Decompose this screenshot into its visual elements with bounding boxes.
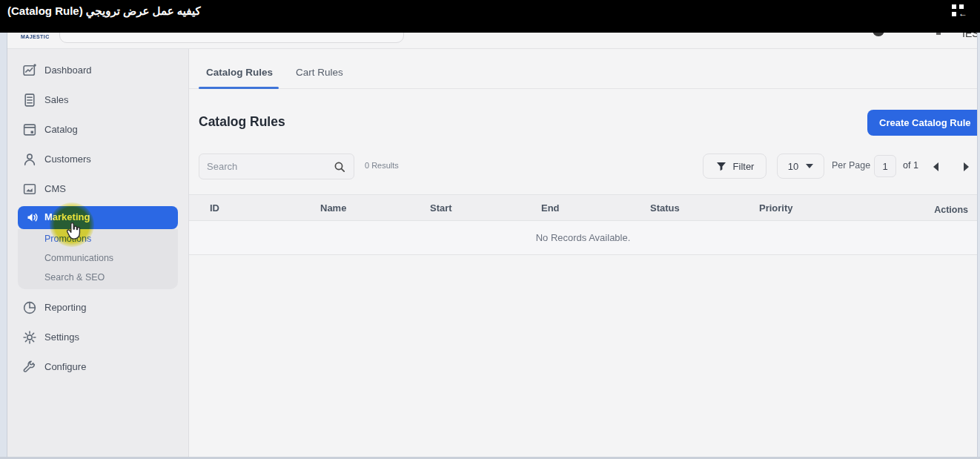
page-title: Catalog Rules xyxy=(199,114,285,130)
header-icon-partial-2 xyxy=(936,33,941,35)
sidebar-item-label: Settings xyxy=(44,331,79,343)
pip-grid-arrow-icon[interactable]: ← xyxy=(952,4,968,18)
per-page-label: Per Page xyxy=(832,160,870,171)
create-catalog-rule-button[interactable]: Create Catalog Rule xyxy=(867,110,977,136)
column-header-name[interactable]: Name xyxy=(320,202,346,214)
sidebar-item-label: Reporting xyxy=(44,302,86,313)
column-header-priority[interactable]: Priority xyxy=(759,202,793,214)
reporting-icon xyxy=(22,300,37,315)
search-icon[interactable] xyxy=(333,160,346,176)
settings-icon xyxy=(22,330,37,345)
submenu-item-communications[interactable]: Communications xyxy=(44,253,113,263)
cms-icon xyxy=(22,182,37,197)
dashboard-icon xyxy=(22,63,37,78)
customers-icon xyxy=(22,152,37,167)
sidebar-item-label: Dashboard xyxy=(44,65,92,76)
column-header-end[interactable]: End xyxy=(541,202,560,214)
tab-cart-rules[interactable]: Cart Rules xyxy=(296,67,343,78)
current-page-input[interactable] xyxy=(874,155,896,177)
window-right-edge xyxy=(977,33,980,459)
tab-catalog-rules[interactable]: Catalog Rules xyxy=(206,67,273,78)
page-size-dropdown[interactable]: 10 xyxy=(777,153,824,179)
next-page-icon[interactable] xyxy=(964,162,969,171)
prev-page-icon[interactable] xyxy=(933,162,938,171)
sidebar-item-label: Catalog xyxy=(44,124,78,135)
search-input[interactable] xyxy=(207,154,325,179)
app-header: MAJESTIC IES xyxy=(7,33,977,49)
column-header-start[interactable]: Start xyxy=(430,202,452,214)
column-header-actions: Actions xyxy=(934,205,968,215)
catalog-icon xyxy=(22,122,37,137)
brand-logo: MAJESTIC xyxy=(21,34,50,39)
submenu-item-promotions[interactable]: Promotions xyxy=(44,234,91,244)
video-title: كيفيه عمل عرض ترويجي (Catalog Rule) xyxy=(7,4,201,18)
megaphone-icon xyxy=(25,211,39,225)
filter-label: Filter xyxy=(733,161,755,172)
empty-table-row: No Records Available. xyxy=(189,221,977,255)
sidebar-item-reporting[interactable]: Reporting xyxy=(7,293,189,323)
filter-icon xyxy=(715,161,727,172)
sidebar: Dashboard Sales Catalog Customers CMS Ma… xyxy=(7,49,189,458)
sales-icon xyxy=(22,93,37,108)
page-size-value: 10 xyxy=(788,161,798,172)
sidebar-item-settings[interactable]: Settings xyxy=(7,323,189,352)
marketing-submenu: Promotions Communications Search & SEO xyxy=(18,229,178,289)
sidebar-item-label: Configure xyxy=(44,361,86,372)
sidebar-item-catalog[interactable]: Catalog xyxy=(7,115,189,145)
caret-down-icon xyxy=(806,164,813,168)
sidebar-item-label: Sales xyxy=(44,94,69,105)
window-left-edge xyxy=(0,33,7,459)
main-content: Catalog Rules Cart Rules Catalog Rules C… xyxy=(189,49,977,458)
empty-message: No Records Available. xyxy=(536,232,631,243)
tabs-bar: Catalog Rules Cart Rules xyxy=(189,49,977,89)
sidebar-item-label: Customers xyxy=(44,153,91,165)
video-title-bar: كيفيه عمل عرض ترويجي (Catalog Rule) ← xyxy=(0,0,980,33)
sidebar-item-label: Marketing xyxy=(44,211,90,222)
column-header-id[interactable]: ID xyxy=(210,202,219,214)
sidebar-item-marketing[interactable]: Marketing xyxy=(18,206,178,229)
results-count: 0 Results xyxy=(365,161,399,170)
sidebar-item-cms[interactable]: CMS xyxy=(7,174,189,204)
sidebar-item-label: CMS xyxy=(44,183,66,194)
sidebar-item-dashboard[interactable]: Dashboard xyxy=(7,56,189,85)
table-header-row: ID Name Start End Status Priority Action… xyxy=(189,194,977,221)
filter-button[interactable]: Filter xyxy=(703,153,767,179)
sidebar-item-customers[interactable]: Customers xyxy=(7,145,189,174)
configure-icon xyxy=(22,360,37,374)
grid-search xyxy=(199,153,354,179)
sidebar-item-configure[interactable]: Configure xyxy=(7,352,189,382)
active-tab-underline xyxy=(199,87,279,89)
column-header-status[interactable]: Status xyxy=(650,202,680,214)
submenu-item-search-seo[interactable]: Search & SEO xyxy=(44,272,105,283)
of-total-label: of 1 xyxy=(903,160,918,171)
sidebar-item-sales[interactable]: Sales xyxy=(7,85,189,115)
